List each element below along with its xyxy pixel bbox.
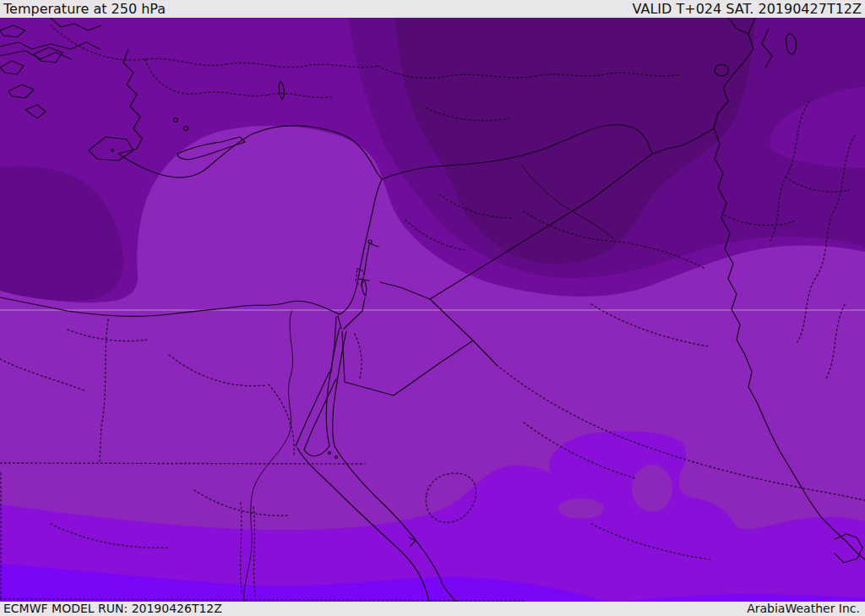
band-middle-island-2 [558, 499, 604, 519]
model-run-label: ECMWF MODEL RUN: 20190426T12Z [3, 602, 222, 616]
map-title: Temperature at 250 hPa [3, 0, 166, 18]
band-middle-island-1 [632, 465, 672, 512]
footer-bar: ECMWF MODEL RUN: 20190426T12Z ArabiaWeat… [0, 602, 865, 616]
temperature-map-svg [0, 18, 865, 602]
brand-label: ArabiaWeather Inc. [747, 602, 860, 616]
valid-time-label: VALID T+024 SAT. 20190427T12Z [633, 0, 862, 18]
weather-map [0, 18, 865, 602]
header-bar: Temperature at 250 hPa VALID T+024 SAT. … [0, 0, 865, 18]
